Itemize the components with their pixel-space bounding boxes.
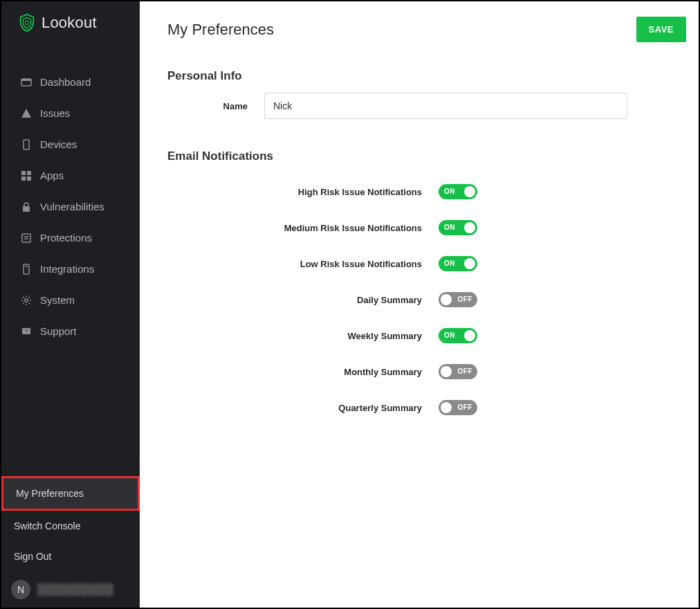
toggle-label: Low Risk Issue Notifications [167, 259, 439, 269]
sidebar-item-label: My Preferences [16, 488, 84, 499]
toggle-label: Medium Risk Issue Notifications [167, 223, 439, 233]
name-input[interactable] [264, 93, 627, 119]
dashboard-icon [21, 77, 32, 88]
sidebar-item-label: Sign Out [14, 551, 51, 562]
toggle-row: Low Risk Issue NotificationsON [167, 256, 671, 271]
sidebar-item-label: Protections [40, 232, 92, 244]
sidebar-item-label: Vulnerabilities [40, 201, 104, 212]
svg-rect-2 [24, 140, 29, 149]
sidebar-item-switch-console[interactable]: Switch Console [1, 511, 140, 541]
sidebar-item-apps[interactable]: Apps [1, 160, 140, 191]
name-row: Name [167, 93, 671, 119]
sidebar-item-label: System [40, 294, 75, 306]
page-title: My Preferences [167, 21, 671, 39]
toggle-row: Monthly SummaryOFF [167, 364, 671, 379]
lookout-logo-icon [18, 14, 36, 32]
toggle-label: Weekly Summary [167, 331, 439, 341]
sidebar-item-devices[interactable]: Devices [1, 129, 140, 160]
user-name-redacted [37, 583, 113, 596]
main-content: My Preferences SAVE Personal Info Name E… [140, 1, 699, 608]
warning-icon [21, 108, 32, 119]
toggle-knob [464, 186, 475, 197]
toggle-label: Monthly Summary [167, 367, 439, 377]
sidebar-item-label: Support [40, 325, 77, 337]
apps-icon [21, 170, 32, 181]
section-email-notifications: Email Notifications [167, 149, 671, 163]
toggle-knob [441, 294, 452, 305]
svg-rect-7 [23, 206, 30, 212]
svg-rect-8 [22, 234, 30, 242]
nav-main: Dashboard Issues Devices Apps [1, 66, 140, 347]
gear-icon [21, 295, 32, 306]
name-label: Name [167, 101, 264, 111]
sidebar-item-label: Integrations [40, 263, 94, 275]
toggle-text: ON [444, 260, 455, 267]
toggle-knob [464, 258, 475, 269]
user-row[interactable]: N [1, 572, 140, 608]
integrations-icon [21, 264, 32, 275]
section-personal-info: Personal Info [167, 69, 671, 83]
sidebar-item-label: Switch Console [14, 520, 81, 531]
sidebar: Lookout Dashboard Issues Devices [1, 1, 140, 608]
svg-rect-11 [24, 264, 29, 274]
toggle-switch[interactable]: ON [439, 328, 477, 343]
toggle-switch[interactable]: OFF [439, 400, 477, 415]
toggle-text: ON [444, 331, 455, 339]
toggle-switch[interactable]: OFF [439, 364, 477, 379]
toggle-label: Daily Summary [167, 295, 439, 305]
list-icon [21, 233, 32, 244]
avatar-initial: N [17, 584, 24, 595]
toggle-text: OFF [458, 403, 473, 411]
toggle-switch[interactable]: ON [439, 184, 477, 199]
toggle-text: ON [444, 188, 455, 195]
toggle-row: High Risk Issue NotificationsON [167, 184, 671, 199]
toggle-label: High Risk Issue Notifications [167, 187, 439, 197]
sidebar-item-label: Issues [40, 107, 70, 119]
sidebar-item-integrations[interactable]: Integrations [1, 253, 140, 284]
sidebar-item-dashboard[interactable]: Dashboard [1, 66, 140, 98]
sidebar-item-label: Devices [40, 138, 77, 150]
toggle-knob [464, 330, 475, 341]
sidebar-item-system[interactable]: System [1, 284, 140, 316]
brand: Lookout [1, 1, 140, 46]
sidebar-item-sign-out[interactable]: Sign Out [1, 541, 140, 572]
sidebar-item-vulnerabilities[interactable]: Vulnerabilities [1, 191, 140, 222]
device-icon [21, 139, 32, 150]
toggle-label: Quarterly Summary [167, 403, 439, 413]
svg-rect-6 [27, 176, 31, 181]
toggle-row: Weekly SummaryON [167, 328, 671, 343]
toggle-knob [441, 366, 452, 377]
toggle-row: Quarterly SummaryOFF [167, 400, 671, 415]
sidebar-item-my-preferences[interactable]: My Preferences [1, 476, 140, 511]
toggle-knob [464, 222, 475, 233]
toggle-text: OFF [458, 296, 473, 303]
svg-rect-1 [21, 79, 31, 81]
support-icon: ? [21, 326, 32, 337]
toggle-text: ON [444, 224, 455, 231]
lock-icon [21, 201, 32, 212]
nav-bottom: My Preferences Switch Console Sign Out [1, 476, 140, 572]
sidebar-item-label: Dashboard [40, 76, 91, 88]
save-button[interactable]: SAVE [636, 17, 686, 42]
sidebar-item-protections[interactable]: Protections [1, 222, 140, 253]
avatar: N [11, 580, 30, 599]
toggle-text: OFF [458, 367, 473, 375]
svg-rect-4 [27, 171, 31, 175]
svg-rect-3 [21, 171, 26, 175]
toggle-row: Medium Risk Issue NotificationsON [167, 220, 671, 235]
toggle-knob [441, 402, 452, 413]
toggle-row: Daily SummaryOFF [167, 292, 671, 307]
sidebar-item-support[interactable]: ? Support [1, 316, 140, 347]
brand-name: Lookout [42, 14, 97, 32]
sidebar-item-label: Apps [40, 170, 64, 181]
svg-point-13 [25, 298, 28, 301]
svg-text:?: ? [25, 328, 28, 334]
toggle-switch[interactable]: ON [439, 220, 477, 235]
svg-rect-5 [21, 176, 26, 181]
toggle-switch[interactable]: OFF [439, 292, 477, 307]
sidebar-item-issues[interactable]: Issues [1, 98, 140, 129]
toggle-switch[interactable]: ON [439, 256, 477, 271]
